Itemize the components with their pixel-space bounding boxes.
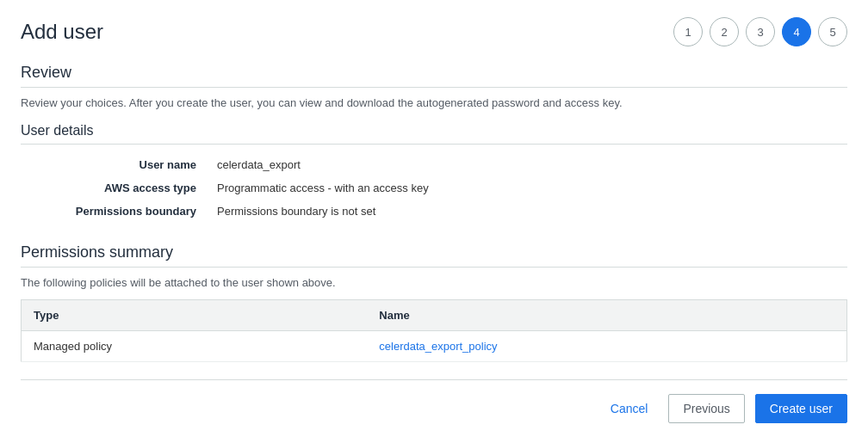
previous-button[interactable]: Previous	[668, 394, 744, 423]
column-name: Name	[367, 300, 846, 331]
table-row: Managed policy celerdata_export_policy	[22, 331, 847, 362]
page-title: Add user	[21, 20, 103, 44]
review-title: Review	[21, 64, 847, 82]
permissions-summary-title: Permissions summary	[21, 243, 847, 261]
user-name-label: User name	[21, 153, 210, 176]
permissions-table: Type Name Managed policy celerdata_expor…	[21, 299, 847, 362]
user-details-section: User details User name celerdata_export …	[21, 123, 847, 223]
policy-name: celerdata_export_policy	[367, 331, 846, 362]
policy-type: Managed policy	[22, 331, 368, 362]
page-header: Add user 1 2 3 4 5	[21, 17, 847, 46]
step-3[interactable]: 3	[746, 17, 775, 46]
step-4[interactable]: 4	[782, 17, 811, 46]
access-type-label: AWS access type	[21, 176, 210, 200]
step-1[interactable]: 1	[673, 17, 703, 46]
permissions-boundary-label: Permissions boundary	[21, 200, 210, 223]
table-header-row: Type Name	[22, 300, 847, 331]
review-description: Review your choices. After you create th…	[21, 96, 847, 109]
user-details-title: User details	[21, 123, 847, 138]
cancel-button[interactable]: Cancel	[600, 395, 659, 422]
table-row: Permissions boundary Permissions boundar…	[21, 200, 847, 223]
step-2[interactable]: 2	[710, 17, 739, 46]
permissions-summary-section: Permissions summary The following polici…	[21, 243, 847, 362]
user-details-divider	[21, 144, 847, 145]
column-type: Type	[22, 300, 368, 331]
table-row: AWS access type Programmatic access - wi…	[21, 176, 847, 200]
create-user-button[interactable]: Create user	[755, 394, 847, 423]
step-5[interactable]: 5	[818, 17, 847, 46]
user-name-value: celerdata_export	[210, 153, 847, 176]
table-row: User name celerdata_export	[21, 153, 847, 176]
review-divider	[21, 87, 847, 88]
policy-link[interactable]: celerdata_export_policy	[379, 340, 497, 353]
user-details-table: User name celerdata_export AWS access ty…	[21, 153, 847, 223]
step-indicator: 1 2 3 4 5	[673, 17, 847, 46]
access-type-value: Programmatic access - with an access key	[210, 176, 847, 200]
permissions-boundary-value: Permissions boundary is not set	[210, 200, 847, 223]
permissions-description: The following policies will be attached …	[21, 276, 847, 289]
permissions-summary-divider	[21, 267, 847, 268]
footer: Cancel Previous Create user	[21, 379, 847, 423]
review-section: Review Review your choices. After you cr…	[21, 64, 847, 109]
